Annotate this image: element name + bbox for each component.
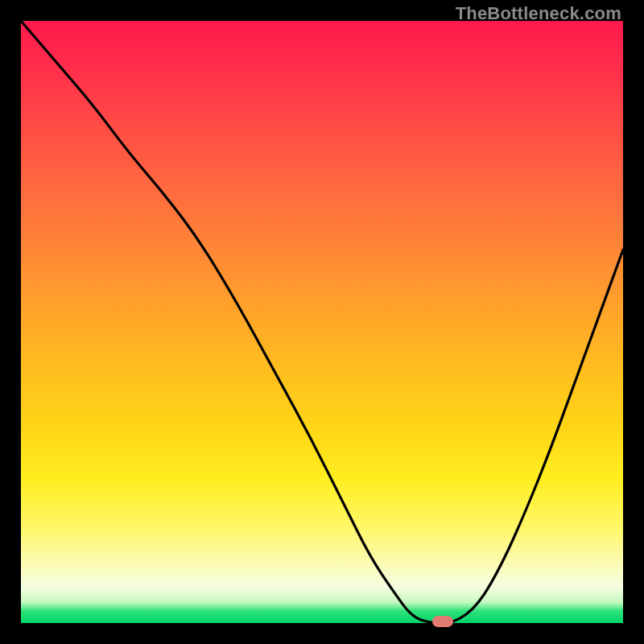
plot-area [21, 21, 623, 623]
bottleneck-curve [21, 21, 623, 623]
chart-frame: TheBottleneck.com [0, 0, 644, 644]
optimal-marker [432, 616, 453, 627]
